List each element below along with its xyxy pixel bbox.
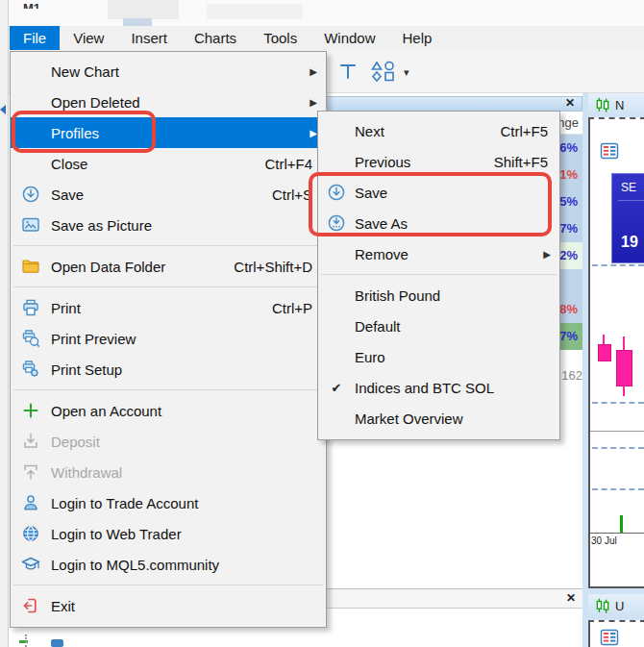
menu-item-label: Save As xyxy=(355,215,559,232)
submenu-item-market-overview[interactable]: Market Overview xyxy=(318,403,559,434)
menu-item-label: Open an Account xyxy=(51,403,326,419)
menu-item-label: Login to MQL5.community xyxy=(51,557,326,573)
submenu-item-next[interactable]: Next Ctrl+F5 xyxy=(318,115,559,146)
crosshair-tool-button[interactable] xyxy=(336,60,359,87)
candlestick-chart-icon xyxy=(594,96,611,114)
menubar-item-tools[interactable]: Tools xyxy=(250,26,310,50)
data-window-icon xyxy=(599,141,620,161)
icon-space xyxy=(318,183,355,202)
candlestick xyxy=(598,344,611,361)
menu-item-label: Close xyxy=(51,156,264,172)
data-window-icon xyxy=(599,628,620,647)
icon-space xyxy=(11,524,51,543)
menu-item-save[interactable]: Save Ctrl+S xyxy=(11,179,326,210)
menu-item-label: Print Setup xyxy=(51,361,326,378)
menu-item-label: Profiles xyxy=(51,125,326,141)
menu-item-shortcut: Ctrl+Shift+D xyxy=(234,259,312,275)
chart-window-title[interactable]: N xyxy=(588,93,644,117)
folder-icon xyxy=(21,257,40,276)
menu-item-label: Deposit xyxy=(51,434,326,450)
submenu-item-indices-and-btc-sol[interactable]: ✔ Indices and BTC SOL xyxy=(318,372,559,403)
candle-wick xyxy=(623,336,625,350)
titlebar-block xyxy=(207,4,303,19)
candlestick xyxy=(616,350,632,386)
shapes-dropdown-button[interactable]: ▾ xyxy=(404,66,409,79)
printer-icon xyxy=(21,298,40,317)
menu-separator xyxy=(13,245,323,246)
menu-item-print-setup[interactable]: Print Setup xyxy=(11,354,326,385)
submenu-item-euro[interactable]: Euro xyxy=(318,341,559,372)
sell-label: SE xyxy=(612,174,644,194)
menu-item-print[interactable]: Print Ctrl+P xyxy=(11,292,326,323)
menubar-label: Window xyxy=(324,30,375,46)
menu-item-open-an-account[interactable]: Open an Account xyxy=(11,395,326,426)
menu-item-profiles[interactable]: Profiles ▶ xyxy=(11,117,326,148)
menu-item-shortcut: Ctrl+F5 xyxy=(500,123,548,139)
submenu-arrow-icon: ▶ xyxy=(310,66,317,77)
submenu-item-previous[interactable]: Previous Shift+F5 xyxy=(318,146,559,177)
submenu-item-british-pound[interactable]: British Pound xyxy=(318,280,559,311)
menu-item-login-to-web-trader[interactable]: Login to Web Trader xyxy=(11,518,326,549)
chart-title-text: U xyxy=(615,599,624,613)
menubar-label: Help xyxy=(403,30,433,46)
menubar-label: Insert xyxy=(131,30,167,46)
save-icon xyxy=(327,183,346,202)
menubar-item-view[interactable]: View xyxy=(60,26,117,50)
menu-item-login-to-trade-account[interactable]: Login to Trade Account xyxy=(11,487,326,518)
deposit-icon xyxy=(21,432,40,451)
menu-item-withdrawal: Withdrawal xyxy=(11,457,326,487)
person-icon xyxy=(21,493,40,512)
menu-item-exit[interactable]: Exit xyxy=(11,590,326,621)
close-icon: ✕ xyxy=(565,96,575,110)
menu-item-label: Exit xyxy=(51,598,326,614)
menu-item-label: Open Deleted xyxy=(51,94,326,111)
one-click-trading-icon[interactable] xyxy=(599,141,620,164)
submenu-arrow-icon: ▶ xyxy=(310,97,317,108)
submenu-item-save-as[interactable]: Save As xyxy=(318,208,559,238)
exit-icon xyxy=(21,596,40,615)
menubar-item-window[interactable]: Window xyxy=(310,26,388,50)
menu-item-label: Save xyxy=(51,187,272,203)
menu-item-open-data-folder[interactable]: Open Data Folder Ctrl+Shift+D xyxy=(11,251,326,282)
menu-item-label: New Chart xyxy=(51,63,326,80)
menu-item-label: Indices and BTC SOL xyxy=(355,380,559,396)
icon-space xyxy=(11,596,51,615)
menubar-item-insert[interactable]: Insert xyxy=(117,26,181,50)
menu-item-login-to-mql5-community[interactable]: Login to MQL5.community xyxy=(11,549,326,580)
menubar-item-help[interactable]: Help xyxy=(389,26,446,50)
x-axis-label: 30 Jul xyxy=(591,535,617,546)
shapes-tool-button[interactable] xyxy=(369,60,396,87)
one-click-trading-icon[interactable] xyxy=(599,628,620,647)
submenu-item-save[interactable]: Save xyxy=(318,177,559,208)
change-value: 5% xyxy=(559,194,578,209)
picture-icon xyxy=(21,215,40,235)
menu-item-save-as-picture[interactable]: Save as Picture xyxy=(11,210,326,240)
menu-item-open-deleted[interactable]: Open Deleted ▶ xyxy=(11,87,326,117)
bottom-panel-header[interactable] xyxy=(323,588,582,609)
menu-item-new-chart[interactable]: New Chart ▶ xyxy=(11,56,326,87)
icon-space xyxy=(11,185,51,204)
menu-item-label: Euro xyxy=(355,349,559,365)
menubar-item-charts[interactable]: Charts xyxy=(181,26,250,50)
market-watch-header[interactable] xyxy=(323,96,582,112)
menubar-label: Tools xyxy=(263,30,297,46)
submenu-item-remove[interactable]: Remove ▶ xyxy=(318,238,559,269)
market-watch-close-button[interactable]: ✕ xyxy=(562,95,578,111)
menubar-item-file[interactable]: File xyxy=(10,26,60,50)
bottom-panel-close-button[interactable]: ✕ xyxy=(563,590,579,606)
menu-item-close[interactable]: Close Ctrl+F4 xyxy=(11,148,326,179)
menu-item-print-preview[interactable]: Print Preview xyxy=(11,323,326,354)
sell-panel[interactable]: SE 19 xyxy=(611,173,644,263)
change-value: 8% xyxy=(559,302,578,316)
icon-space xyxy=(11,462,51,482)
chart-window-title[interactable]: U xyxy=(588,594,644,618)
background-fragment xyxy=(25,635,27,647)
menu-item-shortcut: Ctrl+F4 xyxy=(264,156,312,172)
icon-space xyxy=(11,329,51,348)
candlestick-chart-icon xyxy=(594,597,611,615)
menu-separator xyxy=(13,585,323,585)
menu-item-label: Next xyxy=(355,123,500,139)
submenu-item-default[interactable]: Default xyxy=(318,311,559,341)
menubar-label: Charts xyxy=(194,30,236,46)
menu-item-label: Print xyxy=(51,300,272,316)
